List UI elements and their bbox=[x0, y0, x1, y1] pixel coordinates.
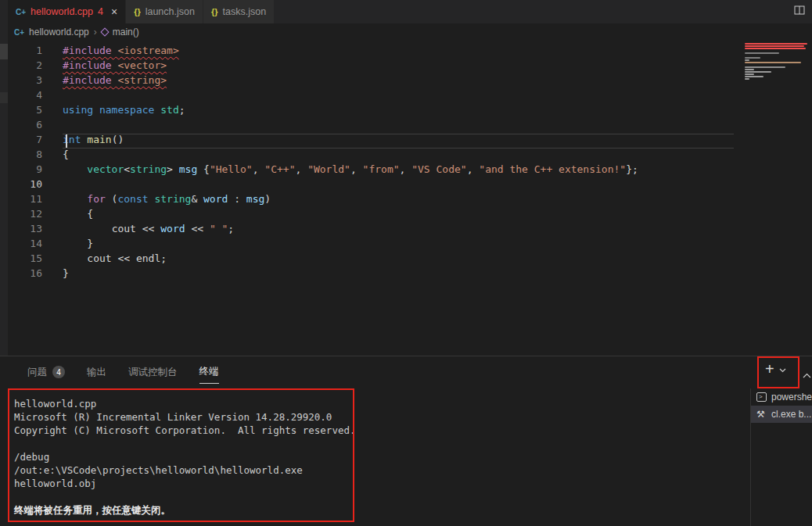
code-line[interactable]: 11 for (const string& word : msg) bbox=[0, 191, 742, 206]
terminal-line: /debug bbox=[14, 450, 356, 463]
method-symbol-icon bbox=[100, 27, 109, 36]
editor-tab-bar: C+ helloworld.cpp 4 × {} launch.json {} … bbox=[0, 0, 812, 23]
new-terminal-button[interactable]: + bbox=[765, 361, 774, 377]
chevron-up-icon[interactable] bbox=[803, 367, 811, 381]
code-line[interactable]: 1#include <iostream> bbox=[0, 43, 742, 58]
terminal-line: helloworld.cpp bbox=[14, 397, 356, 410]
code-line[interactable]: 9 vector<string> msg {"Hello", "C++", "W… bbox=[0, 162, 742, 177]
code-line[interactable]: 6 bbox=[0, 117, 742, 132]
terminal-item-cl-exe-build[interactable]: ⚒ cl.exe b... bbox=[751, 406, 812, 423]
terminal-instance-list: > powershell ⚒ cl.exe b... bbox=[750, 388, 812, 526]
line-number: 15 bbox=[0, 251, 42, 266]
build-tools-icon: ⚒ bbox=[756, 409, 767, 420]
editor-lines[interactable]: 1#include <iostream>2#include <vector>3#… bbox=[0, 43, 742, 356]
breadcrumb-symbol[interactable]: main() bbox=[113, 27, 139, 38]
code-line[interactable]: 12 { bbox=[0, 206, 742, 221]
json-file-icon: {} bbox=[134, 7, 141, 16]
json-file-icon: {} bbox=[211, 7, 218, 16]
terminal-line: /out:e:\VSCode\projects\helloworld\hello… bbox=[14, 463, 356, 477]
code-line[interactable]: 13 cout << word << " "; bbox=[0, 221, 742, 236]
code-line[interactable]: 16} bbox=[0, 266, 742, 281]
panel-tab-label: 调试控制台 bbox=[128, 366, 178, 379]
line-number: 4 bbox=[0, 88, 42, 102]
code-line[interactable]: 5using namespace std; bbox=[0, 102, 742, 117]
code-line[interactable]: 10 bbox=[0, 177, 742, 191]
code-line[interactable]: 2#include <vector> bbox=[0, 58, 742, 73]
tab-label: helloworld.cpp bbox=[31, 6, 93, 17]
cpp-file-icon: C+ bbox=[16, 8, 26, 16]
line-number: 13 bbox=[0, 221, 42, 236]
line-number: 14 bbox=[0, 236, 42, 251]
close-icon[interactable]: × bbox=[111, 5, 117, 18]
panel-tab-label: 问题 bbox=[27, 366, 47, 379]
terminal-line: helloworld.obj bbox=[14, 477, 356, 490]
terminal-line: Microsoft (R) Incremental Linker Version… bbox=[14, 410, 356, 424]
tab-label: launch.json bbox=[146, 6, 195, 17]
tab-tasks-json[interactable]: {} tasks.json bbox=[203, 0, 275, 23]
terminal-line: Copyright (C) Microsoft Corporation. All… bbox=[14, 424, 356, 437]
line-number: 5 bbox=[0, 102, 42, 117]
line-number: 10 bbox=[0, 177, 42, 191]
line-number: 11 bbox=[0, 191, 42, 206]
line-number: 16 bbox=[0, 266, 42, 281]
breadcrumb: C+ helloworld.cpp › main() bbox=[14, 27, 139, 38]
line-number: 3 bbox=[0, 73, 42, 88]
code-line[interactable]: 4 bbox=[0, 88, 742, 102]
minimap[interactable] bbox=[745, 43, 812, 76]
terminal-line: 终端将被任务重用，按任意键关闭。 bbox=[14, 503, 356, 517]
panel-tab-debug-console[interactable]: 调试控制台 bbox=[128, 366, 178, 384]
panel-tab-label: 输出 bbox=[87, 366, 106, 379]
tab-helloworld-cpp[interactable]: C+ helloworld.cpp 4 × bbox=[8, 0, 126, 23]
terminal-item-label: cl.exe b... bbox=[771, 409, 811, 420]
terminal-item-label: powershell bbox=[771, 392, 812, 403]
panel-tab-problems[interactable]: 问题 4 bbox=[27, 366, 65, 384]
code-line[interactable]: 8{ bbox=[0, 147, 742, 162]
panel-tab-label: 终端 bbox=[199, 365, 219, 378]
cpp-file-icon: C+ bbox=[14, 28, 24, 37]
terminal-output[interactable]: helloworld.cppMicrosoft (R) Incremental … bbox=[14, 397, 356, 517]
line-number: 7 bbox=[0, 132, 42, 147]
code-line[interactable]: 7int main() bbox=[0, 132, 742, 147]
tab-launch-json[interactable]: {} launch.json bbox=[126, 0, 203, 23]
chevron-right-icon: › bbox=[94, 27, 97, 38]
chevron-down-icon[interactable] bbox=[779, 362, 786, 376]
panel-tab-output[interactable]: 输出 bbox=[87, 366, 106, 384]
terminal-item-powershell[interactable]: > powershell bbox=[751, 388, 812, 406]
terminal-line bbox=[14, 490, 356, 503]
line-number: 2 bbox=[0, 58, 42, 73]
code-line[interactable]: 14 } bbox=[0, 236, 742, 251]
tab-label: tasks.json bbox=[223, 6, 267, 17]
line-number: 8 bbox=[0, 147, 42, 162]
panel-tab-terminal[interactable]: 终端 bbox=[199, 365, 219, 384]
panel-divider bbox=[0, 356, 812, 356]
powershell-terminal-icon: > bbox=[756, 392, 767, 402]
line-number: 9 bbox=[0, 162, 42, 177]
terminal-actions: + bbox=[765, 361, 786, 377]
split-editor-icon[interactable] bbox=[794, 5, 806, 19]
vscode-window: C+ helloworld.cpp 4 × {} launch.json {} … bbox=[0, 0, 812, 526]
line-number: 12 bbox=[0, 206, 42, 221]
line-number: 6 bbox=[0, 117, 42, 132]
code-line[interactable]: 15 cout << endl; bbox=[0, 251, 742, 266]
code-line[interactable]: 3#include <string> bbox=[0, 73, 742, 88]
line-number: 1 bbox=[0, 43, 42, 58]
problems-count-badge: 4 bbox=[52, 366, 65, 378]
terminal-line bbox=[14, 437, 356, 450]
breadcrumb-file[interactable]: helloworld.cpp bbox=[29, 27, 89, 38]
tab-error-count-badge: 4 bbox=[98, 6, 103, 17]
text-cursor bbox=[66, 134, 67, 148]
panel-tab-bar: 问题 4 输出 调试控制台 终端 bbox=[27, 365, 219, 384]
